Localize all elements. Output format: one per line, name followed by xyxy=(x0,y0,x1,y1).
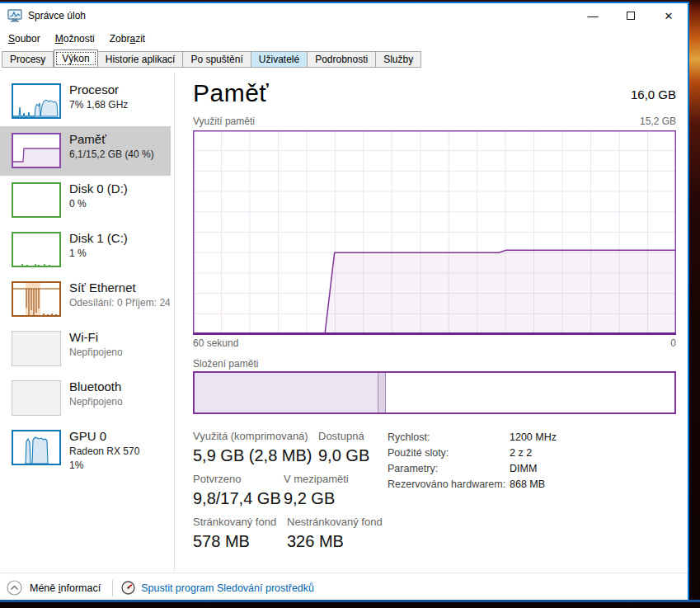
memory-mini-graph xyxy=(12,133,61,168)
window-controls: — ✕ xyxy=(574,3,688,28)
usage-chart-max: 15,2 GB xyxy=(640,115,676,127)
tab-sluzby[interactable]: Služby xyxy=(376,51,421,68)
ethernet-mini-graph xyxy=(12,281,61,317)
footer-separator xyxy=(112,580,113,596)
sidebar-label: Síť Ethernet xyxy=(69,280,170,296)
sidebar-sub2: 1% xyxy=(69,459,170,473)
window-title: Správce úloh xyxy=(28,10,86,21)
footer-bar: Méně informací Spustit program Sledování… xyxy=(0,573,688,602)
usage-chart-label: Využití paměti xyxy=(193,115,255,127)
sidebar-item-disk0[interactable]: Disk 0 (D:) 0 % xyxy=(0,176,171,225)
sidebar-label: Bluetooth xyxy=(69,379,170,395)
resource-monitor-gauge-icon xyxy=(121,581,135,595)
detail-form-factor: Parametry:DIMM xyxy=(388,461,618,477)
sidebar-item-bluetooth[interactable]: Bluetooth Nepřipojeno xyxy=(0,374,171,423)
resource-monitor-link[interactable]: Spustit program Sledování prostředků xyxy=(121,581,314,595)
sidebar-item-cpu[interactable]: Procesor 7% 1,68 GHz xyxy=(0,77,171,126)
window-bottom-border xyxy=(0,600,700,602)
sidebar-item-gpu[interactable]: GPU 0 Radeon RX 570 1% xyxy=(0,423,171,483)
sidebar-sub: 7% 1,68 GHz xyxy=(69,98,170,112)
stat-committed: Potvrzeno 9,8/17,4 GB xyxy=(193,472,284,511)
task-manager-window: Správce úloh — ✕ Soubor Možnosti Zobrazi… xyxy=(0,2,689,601)
memory-composition-bar[interactable] xyxy=(193,371,676,414)
composition-inuse-segment xyxy=(195,373,378,412)
less-info-button[interactable]: Méně informací xyxy=(7,580,101,596)
maximize-icon xyxy=(627,12,635,20)
sidebar-item-memory[interactable]: Paměť 6,1/15,2 GB (40 %) xyxy=(0,126,171,176)
stat-cached: V mezipaměti 9,2 GB xyxy=(284,472,349,511)
menu-soubor[interactable]: Soubor xyxy=(2,30,47,48)
memory-total: 16,0 GB xyxy=(631,87,676,101)
disk0-mini-graph xyxy=(12,182,61,218)
gpu-mini-graph xyxy=(12,430,61,465)
titlebar[interactable]: Správce úloh — ✕ xyxy=(0,3,688,28)
sidebar-sub: 6,1/15,2 GB (40 %) xyxy=(69,148,170,162)
resource-monitor-link-label: Spustit program Sledování prostředků xyxy=(141,582,314,594)
stat-used: Využitá (komprimovaná) 5,9 GB (2,8 MB) xyxy=(193,429,318,468)
close-button[interactable]: ✕ xyxy=(650,3,688,28)
tab-bar: Procesy Výkon Historie aplikací Po spušt… xyxy=(0,49,688,68)
cpu-mini-graph xyxy=(12,83,61,119)
sidebar-sub: Nepřipojeno xyxy=(69,395,170,409)
menu-zobrazit[interactable]: Zobrazit xyxy=(103,30,152,48)
memory-details: Rychlost:1200 MHz Použité sloty:2 z 2 Pa… xyxy=(388,430,618,493)
sidebar-sub: 0 % xyxy=(69,197,170,211)
performance-sidebar: Procesor 7% 1,68 GHz Paměť 6,1/15,2 GB (… xyxy=(0,69,174,573)
minimize-icon: — xyxy=(588,10,599,22)
sidebar-sub: Nepřipojeno xyxy=(69,346,170,360)
chevron-up-icon xyxy=(7,580,22,596)
tab-procesy[interactable]: Procesy xyxy=(2,51,54,68)
sidebar-divider xyxy=(174,73,175,571)
tab-historie-aplikaci[interactable]: Historie aplikací xyxy=(98,51,184,68)
detail-slots: Použité sloty:2 z 2 xyxy=(388,445,618,461)
sidebar-label: Paměť xyxy=(69,131,170,148)
sidebar-label: Wi-Fi xyxy=(69,329,170,346)
memory-usage-chart xyxy=(193,130,676,335)
less-info-label: Méně informací xyxy=(30,582,101,594)
desktop-wallpaper: Správce úloh — ✕ Soubor Možnosti Zobrazi… xyxy=(0,0,700,608)
sidebar-sub: 1 % xyxy=(69,247,170,261)
disk1-mini-graph xyxy=(12,232,61,267)
composition-modified-segment xyxy=(378,373,385,412)
sidebar-label: Disk 1 (C:) xyxy=(69,230,170,247)
tab-uzivatele[interactable]: Uživatelé xyxy=(251,51,308,68)
sidebar-label: Procesor xyxy=(69,82,170,98)
composition-free-segment xyxy=(386,373,674,412)
tab-podrobnosti[interactable]: Podrobnosti xyxy=(308,51,376,68)
memory-panel: Paměť 16,0 GB Využití paměti 15,2 GB 60 … xyxy=(193,73,676,573)
minimize-button[interactable]: — xyxy=(574,3,612,28)
menu-bar: Soubor Možnosti Zobrazit xyxy=(0,28,688,49)
sidebar-item-wifi[interactable]: Wi-Fi Nepřipojeno xyxy=(0,324,171,374)
task-manager-app-icon xyxy=(7,8,22,23)
stat-nonpaged-pool: Nestránkovaný fond 326 MB xyxy=(287,515,383,554)
menu-moznosti[interactable]: Možnosti xyxy=(49,30,101,48)
bluetooth-mini-graph xyxy=(12,380,61,416)
tab-po-spusteni[interactable]: Po spuštění xyxy=(183,51,251,68)
sidebar-item-disk1[interactable]: Disk 1 (C:) 1 % xyxy=(0,225,171,275)
stat-paged-pool: Stránkovaný fond 578 MB xyxy=(193,515,287,554)
page-title: Paměť xyxy=(193,79,269,107)
detail-speed: Rychlost:1200 MHz xyxy=(388,430,618,445)
tab-vykon[interactable]: Výkon xyxy=(54,49,97,68)
detail-hw-reserved: Rezervováno hardwarem:868 MB xyxy=(388,477,618,493)
sidebar-label: Disk 0 (D:) xyxy=(69,181,170,197)
maximize-button[interactable] xyxy=(612,3,650,28)
wifi-mini-graph xyxy=(12,331,61,366)
sidebar-item-ethernet[interactable]: Síť Ethernet Odesílání: 0 Příjem: 24,0 xyxy=(0,275,171,324)
sidebar-sub: Odesílání: 0 Příjem: 24,0 xyxy=(69,296,170,310)
sidebar-sub: Radeon RX 570 xyxy=(69,445,170,459)
sidebar-label: GPU 0 xyxy=(69,428,170,445)
close-icon: ✕ xyxy=(665,10,674,22)
time-window-label: 60 sekund xyxy=(193,337,238,349)
stat-available: Dostupná 9,0 GB xyxy=(318,429,369,468)
composition-label: Složení paměti xyxy=(193,358,258,370)
time-end-label: 0 xyxy=(670,337,676,349)
